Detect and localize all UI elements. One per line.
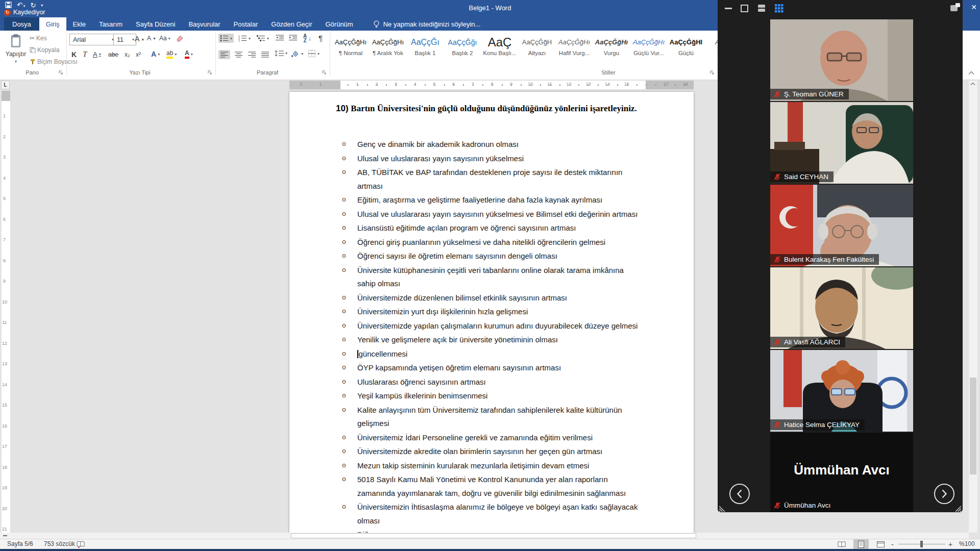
horizontal-scroll-thumb[interactable] [291, 533, 696, 538]
participant-video-said-ceyhan[interactable]: Said CEYHAN [770, 102, 913, 184]
decrease-indent-button[interactable] [276, 35, 284, 41]
resize-grip-left-icon[interactable] [719, 503, 728, 512]
horizontal-scrollbar[interactable] [0, 533, 969, 539]
paste-button[interactable]: Yapıştır ▾ [4, 34, 28, 67]
font-dialog-launcher[interactable] [207, 70, 213, 76]
print-layout-button[interactable] [853, 539, 869, 549]
list-item: o5018 Sayılı Kamu Mali Yönetimi ve Kontr… [336, 473, 638, 500]
shading-button[interactable]: ▾ [291, 50, 303, 57]
align-left-button[interactable] [218, 50, 230, 59]
format-painter-button[interactable]: Biçim Boyacısı [30, 58, 78, 65]
circle-bullet: o [342, 305, 346, 319]
minimize-icon[interactable] [725, 8, 732, 9]
zoom-video-panel[interactable]: Ş. Teoman GÜNERSaid CEYHANBulent Karakaş… [718, 0, 963, 512]
resize-grip-right-icon[interactable] [952, 503, 961, 512]
tab-selector-icon[interactable]: L [1, 81, 10, 89]
zoom-out-button[interactable]: - [891, 540, 894, 548]
zoom-in-button[interactable]: + [948, 540, 952, 548]
underline-button[interactable]: A▾ [93, 51, 101, 58]
clear-formatting-button[interactable] [176, 35, 184, 42]
line-spacing-button[interactable]: ▾ [275, 50, 287, 57]
tab-tasar-m[interactable]: Tasarım [92, 17, 129, 31]
participant-video-bulent-karaka-fen-fak-ltesi[interactable]: Bulent Karakaş Fen Fakültesi [770, 185, 913, 266]
tab-giri[interactable]: Giriş [39, 17, 66, 31]
scroll-up-icon[interactable] [970, 82, 975, 86]
tab-dosya[interactable]: Dosya [4, 17, 39, 31]
participant-video-mm-han-avc[interactable]: Ümmühan AvcıÜmmühan Avcı [770, 433, 913, 512]
zoom-level[interactable]: %100 [959, 540, 975, 547]
muted-mic-icon [773, 90, 781, 98]
vertical-scroll-thumb[interactable] [970, 378, 976, 474]
list-item: oUlusal ve uluslararası yayın sayısının … [336, 152, 638, 166]
tab-postalar[interactable]: Postalar [227, 17, 265, 31]
superscript-button[interactable]: x² [136, 51, 141, 58]
text-effects-button[interactable]: A▾ [151, 50, 160, 58]
bullet-list-button[interactable]: ▾ [218, 34, 234, 43]
style-ba-l-k-1[interactable]: AaÇçĞıBaşlık 1 [407, 32, 443, 63]
style-al[interactable]: AaÇçAlı... [705, 32, 718, 63]
participant-video-ali-vasfi-a-larci[interactable]: Ali Vasfi AĞLARCI [770, 267, 913, 349]
tab-g-zden-ge-ir[interactable]: Gözden Geçir [264, 17, 318, 31]
italic-button[interactable]: T [83, 50, 87, 59]
highlight-color-button[interactable]: ab▾ [166, 50, 177, 59]
zoom-slider-handle[interactable] [920, 541, 923, 547]
read-mode-button[interactable] [834, 539, 849, 549]
tab-ekle[interactable]: Ekle [66, 17, 92, 31]
font-color-button[interactable]: A▾ [185, 50, 193, 59]
increase-indent-button[interactable] [289, 35, 297, 41]
style-konu-ba-l[interactable]: AaÇKonu Başlı... [482, 32, 518, 63]
style-ba-l-k-2[interactable]: AaÇçĞğıBaşlık 2 [445, 32, 480, 63]
scroll-left-icon[interactable] [3, 535, 7, 536]
vertical-scrollbar[interactable] [969, 81, 977, 533]
word-count[interactable]: 753 sözcük [44, 540, 75, 547]
paragraph-dialog-launcher[interactable] [322, 70, 327, 76]
copy-button[interactable]: Kopyala [30, 46, 59, 54]
participant-video-hatice-selma-eli-kyay[interactable]: Hatice Selma ÇELİKYAY [770, 350, 913, 432]
align-center-button[interactable] [233, 50, 244, 59]
document-page[interactable]: 10) Bartın Üniversitesi'nin güçlü olduğu… [289, 92, 694, 534]
justify-button[interactable] [259, 50, 271, 59]
grow-font-button[interactable]: A▲ [135, 35, 144, 43]
cut-button[interactable]: ✂Kes [30, 35, 47, 42]
tab-g-r-n-m[interactable]: Görünüm [318, 17, 359, 31]
font-size-select[interactable]: 11▾ [113, 34, 136, 45]
horizontal-ruler[interactable]: 211234567891011121314151718 [289, 81, 694, 89]
shrink-font-button[interactable]: A▼ [147, 35, 156, 42]
next-participants-button[interactable] [934, 484, 954, 504]
web-layout-button[interactable] [873, 539, 888, 549]
show-paragraph-marks-button[interactable]: ¶ [318, 34, 323, 42]
proofing-icon[interactable] [77, 541, 85, 548]
maximize-icon[interactable] [741, 5, 748, 12]
style-g-l-vur[interactable]: AaÇçĞğHıGüçlü Vur... [631, 32, 667, 63]
bold-button[interactable]: K [71, 51, 77, 59]
change-case-button[interactable]: Aa▾ [159, 35, 170, 42]
participant-video-teoman-g-ner[interactable]: Ş. Teoman GÜNER [770, 19, 913, 101]
scissors-icon: ✂ [30, 35, 35, 42]
popout-layout-icon[interactable] [950, 3, 961, 14]
strikethrough-button[interactable]: abe [108, 51, 118, 58]
multilevel-list-button[interactable]: ▾ [255, 34, 271, 43]
styles-dialog-launcher[interactable] [709, 70, 715, 76]
tab-ba-vurular[interactable]: Başvurular [182, 17, 227, 31]
style-normal[interactable]: AaÇçĞğHı¶ Normal [333, 32, 369, 63]
subscript-button[interactable]: x₂ [125, 51, 130, 58]
tab-sayfa-d-zeni[interactable]: Sayfa Düzeni [129, 17, 182, 31]
clipboard-dialog-launcher[interactable] [58, 70, 64, 76]
borders-button[interactable]: ▾ [308, 50, 320, 57]
sort-button[interactable]: AZ↓ [303, 34, 311, 43]
style-aral-k-yok[interactable]: AaÇçĞğHı¶ Aralık Yok [370, 32, 406, 63]
style-vurgu[interactable]: AaÇçĞğHıVurgu [594, 32, 629, 63]
collapse-ribbon-icon[interactable] [968, 69, 974, 77]
style-altyaz[interactable]: AaÇçĞğHAltyazı [519, 32, 555, 63]
gallery-view-icon[interactable] [775, 4, 783, 15]
style-hafif-vurg[interactable]: AaÇçĞğHıHafif Vurg... [556, 32, 592, 63]
font-family-select[interactable]: Arial▾ [69, 34, 116, 45]
tell-me-box[interactable]: Ne yapmak istediğinizi söyleyin... [373, 17, 481, 31]
align-right-button[interactable] [246, 50, 258, 59]
style-g-l[interactable]: AaÇçĞğHlGüçlü [668, 32, 704, 63]
page-indicator[interactable]: Sayfa 5/6 [7, 540, 33, 547]
previous-participants-button[interactable] [729, 484, 750, 504]
close-window-icon[interactable]: ✕ [971, 3, 977, 11]
numbered-list-button[interactable]: 123▾ [237, 34, 252, 43]
speaker-view-icon[interactable] [757, 4, 766, 14]
